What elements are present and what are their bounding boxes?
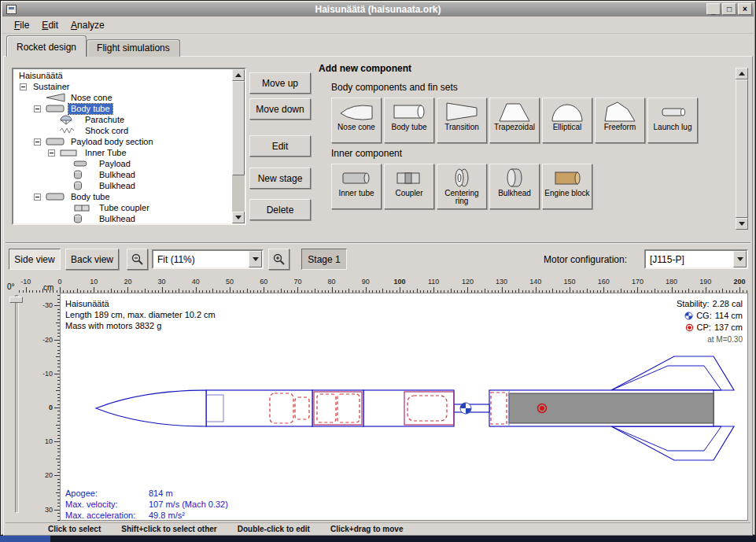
motor-configuration-select[interactable]: [J115-P]	[644, 249, 748, 269]
tree-item-bulkhead[interactable]: Bulkhead	[13, 213, 232, 223]
rocket-body-tube[interactable]	[206, 390, 312, 426]
scroll-up-button[interactable]	[232, 69, 245, 81]
palette-button-label: Bulkhead	[498, 190, 531, 197]
side-view-button[interactable]: Side view	[9, 249, 61, 270]
tree-item-label: Shock cord	[83, 126, 131, 136]
tree-item-body-tube[interactable]: Body tube	[13, 103, 232, 114]
tree-expander-icon[interactable]	[48, 149, 59, 157]
tree-item-payload-body-section[interactable]: Payload body section	[13, 136, 232, 147]
tree-item-tube-coupler[interactable]: Tube coupler	[13, 202, 232, 213]
rocket-name: Haisunäätä	[65, 298, 216, 309]
palette-transition-button[interactable]: Transition	[437, 98, 487, 143]
launch-lug-icon	[655, 99, 691, 124]
ruler-tick-label: 60	[260, 278, 267, 286]
palette-button-label: Centering ring	[437, 190, 486, 205]
parachute-icon	[59, 115, 81, 125]
scroll-up-button[interactable]	[736, 68, 748, 79]
palette-coupler-button[interactable]: Coupler	[384, 164, 434, 209]
palette-elliptical-button[interactable]: Elliptical	[542, 98, 592, 143]
scroll-thumb[interactable]	[232, 81, 245, 175]
ruler-tick-label: 90	[362, 278, 370, 286]
tree-item-shock-cord[interactable]: Shock cord	[13, 125, 232, 136]
tree-item-bulkhead[interactable]: Bulkhead	[13, 180, 232, 191]
tree-item-body-tube[interactable]: Body tube	[13, 191, 232, 202]
chevron-down-icon[interactable]	[249, 251, 262, 267]
scroll-down-button[interactable]	[232, 212, 245, 223]
tree-item-payload[interactable]: Payload	[13, 158, 232, 169]
new-stage-button[interactable]: New stage	[249, 168, 311, 189]
tab-rocket-design[interactable]: Rocket design	[6, 35, 87, 57]
rotation-slider-handle[interactable]	[9, 297, 23, 303]
taskbar-item[interactable]	[0, 536, 50, 542]
palette-engine-block-button[interactable]: Engine block	[542, 164, 592, 209]
rocket-fin-lower[interactable]	[611, 426, 734, 460]
rotation-slider[interactable]	[15, 295, 19, 513]
stability-info: Stability:2.28 cal CG:114 cm CP:137 cm	[677, 298, 743, 345]
zoom-in-button[interactable]	[268, 249, 289, 270]
palette-bulkhead-button[interactable]: Bulkhead	[489, 164, 540, 209]
maximize-button[interactable]: □	[722, 3, 736, 15]
app-window: Haisunäätä (haisunaata.ork) _ □ × FileEd…	[0, 0, 756, 536]
menu-analyze[interactable]: Analyze	[65, 18, 111, 32]
palette-trapezoidal-button[interactable]: Trapezoidal	[489, 98, 540, 143]
palette-row: Nose coneBody tubeTransitionTrapezoidalE…	[331, 98, 734, 143]
bodytube-icon	[45, 104, 67, 113]
tree-scrollbar[interactable]	[232, 69, 245, 223]
ruler-tick-label: -20	[42, 335, 53, 343]
rocket-info: Haisunäätä Length 189 cm, max. diameter …	[65, 298, 216, 331]
tree-item-parachute[interactable]: Parachute	[13, 114, 232, 125]
body-tube-icon	[391, 99, 427, 124]
tree-expander-icon[interactable]	[20, 83, 31, 90]
rocket-design-panel: HaisunäätäSustainerNose coneBody tubePar…	[3, 56, 753, 536]
palette-nose-cone-button[interactable]: Nose cone	[331, 98, 382, 143]
move-down-button[interactable]: Move down	[249, 98, 311, 120]
zoom-select[interactable]: Fit (11%)	[152, 249, 264, 269]
side-view-label: Side view	[14, 254, 54, 265]
tree-item-label: Parachute	[83, 115, 127, 125]
rocket-fin-upper[interactable]	[611, 356, 734, 390]
tree-item-bulkhead[interactable]: Bulkhead	[13, 169, 232, 180]
chevron-down-icon[interactable]	[733, 251, 747, 267]
rocket-canvas[interactable]: Haisunäätä Length 189 cm, max. diameter …	[60, 293, 748, 521]
ruler-tick-label: 200	[733, 278, 745, 286]
scroll-thumb[interactable]	[736, 79, 748, 218]
palette-button-label: Nose cone	[337, 124, 375, 131]
menu-edit[interactable]: Edit	[35, 18, 65, 32]
edit-button[interactable]: Edit	[249, 135, 311, 157]
palette-button-label: Launch lug	[654, 124, 692, 131]
motor-configuration-value: [J115-P]	[650, 254, 684, 265]
back-view-label: Back view	[71, 254, 113, 265]
minimize-button[interactable]: _	[706, 3, 721, 15]
rocket-nose-cone[interactable]	[96, 390, 206, 426]
tree-item-label: Bulkhead	[97, 214, 138, 224]
back-view-button[interactable]: Back view	[65, 249, 119, 270]
zoom-out-button[interactable]	[127, 249, 148, 270]
palette-inner-tube-button[interactable]: Inner tube	[331, 164, 382, 209]
delete-button[interactable]: Delete	[249, 199, 311, 220]
tree-expander-icon[interactable]	[34, 105, 45, 112]
palette-freeform-button[interactable]: Freeform	[595, 98, 645, 143]
palette-body-tube-button[interactable]: Body tube	[384, 98, 434, 143]
titlebar[interactable]: Haisunäätä (haisunaata.ork) _ □ ×	[2, 2, 754, 17]
move-up-button[interactable]: Move up	[249, 72, 311, 94]
tree-item-sustainer[interactable]: Sustainer	[13, 81, 232, 92]
close-button[interactable]: ×	[738, 3, 752, 15]
stage-1-toggle[interactable]: Stage 1	[301, 249, 347, 270]
scroll-down-button[interactable]	[736, 218, 748, 230]
statusbar: Click to selectShift+click to select oth…	[6, 522, 750, 535]
tree-item-label: Inner Tube	[83, 148, 129, 158]
ruler-tick-label: 130	[496, 278, 507, 286]
tab-flight-simulations[interactable]: Flight simulations	[87, 39, 180, 57]
rocket-payload-section[interactable]	[363, 390, 454, 426]
menu-file[interactable]: File	[8, 18, 35, 32]
palette-launch-lug-button[interactable]: Launch lug	[647, 98, 698, 143]
tree-expander-icon[interactable]	[34, 194, 45, 201]
palette-scrollbar[interactable]	[736, 68, 748, 230]
tree-item-haisun-t[interactable]: Haisunäätä	[13, 70, 232, 81]
palette-centering-ring-button[interactable]: Centering ring	[437, 164, 487, 209]
tree-item-inner-tube[interactable]: Inner Tube	[13, 147, 232, 158]
tree-expander-icon[interactable]	[34, 138, 45, 146]
ruler-tick-label: 0	[49, 404, 53, 411]
rotation-angle-label: 0°	[7, 282, 15, 291]
tree-item-nose-cone[interactable]: Nose cone	[13, 92, 232, 103]
